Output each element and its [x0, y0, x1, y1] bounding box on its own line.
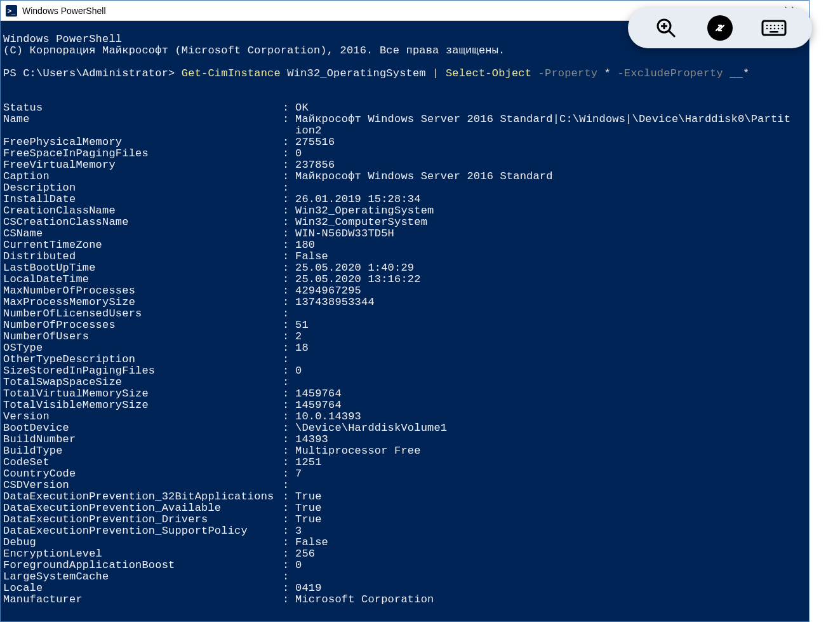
property-separator: : [283, 148, 295, 159]
cmdlet-2: Select-Object [446, 67, 538, 79]
property-row: BuildType: Multiprocessor Free [3, 445, 806, 457]
property-row: InstallDate: 26.01.2019 15:28:34 [3, 194, 806, 205]
property-row: NumberOfUsers: 2 [3, 331, 806, 342]
svg-point-15 [777, 28, 779, 30]
property-key: InstallDate [3, 194, 283, 205]
property-key: LocalDateTime [3, 274, 283, 285]
property-separator: : [283, 423, 295, 434]
property-row: Debug: False [3, 537, 806, 548]
property-row: TotalVirtualMemorySize: 1459764 [3, 388, 806, 400]
property-key: DataExecutionPrevention_Drivers [3, 514, 283, 525]
property-value: 275516 [295, 137, 335, 148]
property-key: Manufacturer [3, 594, 283, 605]
property-separator: : [283, 228, 295, 240]
property-value: OK [295, 102, 309, 114]
cmd-flag-2: -ExcludeProperty [617, 67, 730, 79]
property-value: Microsoft Corporation [295, 594, 434, 605]
property-value: 2 [295, 331, 302, 342]
keyboard-button[interactable] [760, 14, 788, 42]
svg-point-9 [773, 25, 775, 27]
property-value: \Device\HarddiskVolume1 [295, 423, 447, 434]
svg-point-10 [777, 25, 779, 27]
property-row: TotalVisibleMemorySize: 1459764 [3, 400, 806, 411]
property-separator: : [283, 251, 295, 262]
property-row: TotalSwapSpaceSize: [3, 377, 806, 388]
property-value: 1251 [295, 457, 322, 468]
property-separator: : [283, 365, 295, 377]
property-separator: : [283, 411, 295, 423]
property-row: Description: [3, 182, 806, 194]
svg-point-11 [781, 25, 783, 27]
property-key: EncryptionLevel [3, 548, 283, 560]
property-key: LargeSystemCache [3, 571, 283, 583]
property-separator: : [283, 171, 295, 182]
property-separator: : [283, 514, 295, 525]
powershell-icon: >_ [6, 5, 17, 17]
property-separator: : [283, 434, 295, 445]
property-row: Version: 10.0.14393 [3, 411, 806, 423]
svg-point-7 [766, 25, 768, 27]
property-value: 7 [295, 468, 302, 480]
property-key: TotalSwapSpaceSize [3, 377, 283, 388]
property-row: LocalDateTime: 25.05.2020 13:16:22 [3, 274, 806, 285]
property-key: FreeSpaceInPagingFiles [3, 148, 283, 159]
property-separator: : [283, 571, 295, 583]
property-key: Name [3, 114, 283, 125]
cmd-arg-1: Win32_OperatingSystem [287, 67, 432, 79]
property-key: DataExecutionPrevention_32BitApplication… [3, 491, 283, 503]
property-row: OSType: 18 [3, 342, 806, 354]
property-row: CSDVersion: [3, 480, 806, 491]
property-key: BuildType [3, 445, 283, 457]
property-key: MaxNumberOfProcesses [3, 285, 283, 297]
property-value: Multiprocessor Free [295, 445, 421, 457]
property-key: CurrentTimeZone [3, 240, 283, 251]
swap-arrows-icon [712, 20, 728, 36]
header-line-2: (C) Корпорация Майкрософт (Microsoft Cor… [3, 44, 505, 57]
property-row: ForegroundApplicationBoost: 0 [3, 560, 806, 571]
property-value-wrap: ion2 [3, 125, 806, 137]
property-row: CurrentTimeZone: 180 [3, 240, 806, 251]
property-separator: : [283, 240, 295, 251]
reconnect-button[interactable] [706, 14, 734, 42]
property-separator: : [283, 457, 295, 468]
property-key: CodeSet [3, 457, 283, 468]
svg-rect-17 [770, 31, 778, 33]
property-value: 26.01.2019 15:28:34 [295, 194, 421, 205]
property-row: DataExecutionPrevention_Available: True [3, 503, 806, 514]
property-key: CSDVersion [3, 480, 283, 491]
property-separator: : [283, 194, 295, 205]
property-row: FreeSpaceInPagingFiles: 0 [3, 148, 806, 159]
property-separator: : [283, 525, 295, 537]
property-separator: : [283, 560, 295, 571]
property-value: 0 [295, 148, 302, 159]
property-separator: : [283, 480, 295, 491]
property-value: 1459764 [295, 400, 342, 411]
property-key: FreePhysicalMemory [3, 137, 283, 148]
property-separator: : [283, 320, 295, 331]
cmd-star: * [604, 67, 618, 79]
property-key: Debug [3, 537, 283, 548]
property-value: True [295, 514, 322, 525]
property-value: Win32_ComputerSystem [295, 217, 427, 228]
property-separator: : [283, 114, 295, 125]
property-value: 180 [295, 240, 315, 251]
property-key: OtherTypeDescription [3, 354, 283, 365]
property-row: CSCreationClassName: Win32_ComputerSyste… [3, 217, 806, 228]
property-row: Manufacturer: Microsoft Corporation [3, 594, 806, 605]
property-row: BuildNumber: 14393 [3, 434, 806, 445]
terminal-output[interactable]: Windows PowerShell (C) Корпорация Майкро… [1, 21, 809, 621]
property-separator: : [283, 217, 295, 228]
property-separator: : [283, 342, 295, 354]
zoom-button[interactable] [652, 14, 680, 42]
property-separator: : [283, 548, 295, 560]
property-value: 0 [295, 365, 302, 377]
property-separator: : [283, 308, 295, 320]
cmdlet-1: Get-CimInstance [182, 67, 287, 79]
property-separator: : [283, 388, 295, 400]
property-key: SizeStoredInPagingFiles [3, 365, 283, 377]
property-row: LastBootUpTime: 25.05.2020 1:40:29 [3, 262, 806, 274]
property-key: CreationClassName [3, 205, 283, 217]
property-value: 18 [295, 342, 309, 354]
property-value: False [295, 537, 328, 548]
property-key: MaxProcessMemorySize [3, 297, 283, 308]
